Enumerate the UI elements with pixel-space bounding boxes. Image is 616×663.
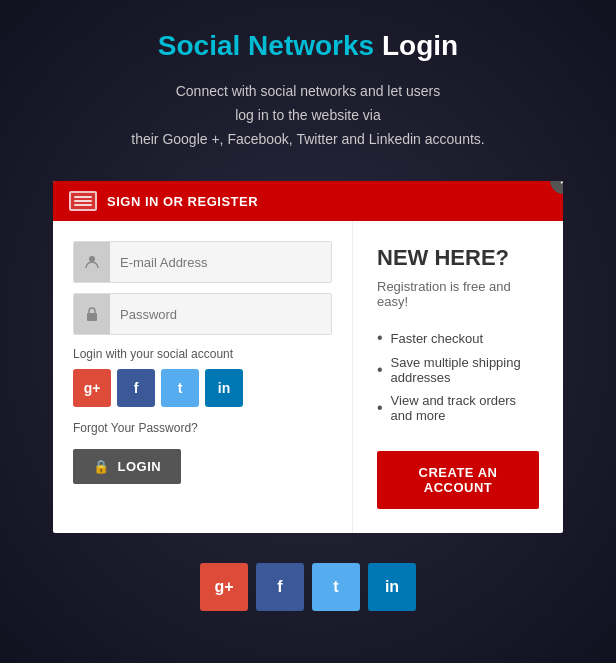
user-icon [74, 242, 110, 282]
bottom-google-button[interactable]: g+ [200, 563, 248, 611]
svg-point-0 [89, 256, 95, 262]
password-input[interactable] [110, 294, 331, 334]
social-login-label: Login with your social account [73, 347, 332, 361]
modal-header-title: SIGN IN OR REGISTER [107, 194, 258, 209]
feature-item: Save multiple shipping addresses [377, 351, 539, 389]
page-header: Social Networks Login Connect with socia… [131, 30, 484, 151]
twitter-login-button[interactable]: t [161, 369, 199, 407]
facebook-login-button[interactable]: f [117, 369, 155, 407]
social-login-buttons: g+ f t in [73, 369, 332, 407]
email-input[interactable] [110, 242, 331, 282]
login-modal: SIGN IN OR REGISTER × [53, 181, 563, 533]
linkedin-login-button[interactable]: in [205, 369, 243, 407]
bottom-social-buttons: g+ f t in [200, 563, 416, 611]
title-highlight: Social Networks [158, 30, 374, 61]
login-button[interactable]: 🔒 LOGIN [73, 449, 181, 484]
email-input-group [73, 241, 332, 283]
page-subtitle: Connect with social networks and let use… [131, 80, 484, 151]
bottom-facebook-button[interactable]: f [256, 563, 304, 611]
modal-body: Login with your social account g+ f t in… [53, 221, 563, 533]
bottom-twitter-button[interactable]: t [312, 563, 360, 611]
page-title: Social Networks Login [131, 30, 484, 62]
feature-list: Faster checkout Save multiple shipping a… [377, 325, 539, 427]
bottom-linkedin-button[interactable]: in [368, 563, 416, 611]
create-account-button[interactable]: CREATE AN ACCOUNT [377, 451, 539, 509]
login-panel: Login with your social account g+ f t in… [53, 221, 353, 533]
title-normal-text: Login [382, 30, 458, 61]
new-here-title: NEW HERE? [377, 245, 539, 271]
password-input-group [73, 293, 332, 335]
register-panel: NEW HERE? Registration is free and easy!… [353, 221, 563, 533]
lock-btn-icon: 🔒 [93, 459, 110, 474]
feature-item: View and track orders and more [377, 389, 539, 427]
feature-item: Faster checkout [377, 325, 539, 351]
lock-icon [74, 294, 110, 334]
forgot-password-link[interactable]: Forgot Your Password? [73, 421, 332, 435]
modal-header: SIGN IN OR REGISTER [53, 181, 563, 221]
svg-rect-1 [87, 313, 97, 321]
google-login-button[interactable]: g+ [73, 369, 111, 407]
new-here-subtitle: Registration is free and easy! [377, 279, 539, 309]
modal-header-icon [69, 191, 97, 211]
